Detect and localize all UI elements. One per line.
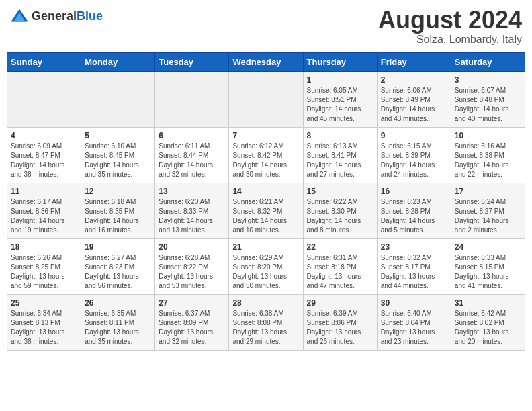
calendar-cell: 14Sunrise: 6:21 AM Sunset: 8:32 PM Dayli…: [229, 183, 303, 238]
calendar-cell: 3Sunrise: 6:07 AM Sunset: 8:48 PM Daylig…: [451, 71, 525, 127]
day-info: Sunrise: 6:37 AM Sunset: 8:09 PM Dayligh…: [159, 309, 225, 347]
logo-icon: [10, 7, 29, 26]
logo-blue: Blue: [77, 10, 103, 22]
calendar-week-0: 1Sunrise: 6:05 AM Sunset: 8:51 PM Daylig…: [7, 71, 525, 127]
day-number: 10: [455, 131, 521, 140]
calendar-header-tuesday: Tuesday: [155, 52, 229, 71]
day-number: 12: [85, 187, 151, 196]
calendar-cell: 15Sunrise: 6:22 AM Sunset: 8:30 PM Dayli…: [303, 183, 377, 238]
day-number: 11: [11, 187, 77, 196]
day-number: 17: [455, 187, 521, 196]
calendar-cell: 9Sunrise: 6:15 AM Sunset: 8:39 PM Daylig…: [377, 127, 451, 183]
calendar-header-monday: Monday: [81, 52, 155, 71]
day-info: Sunrise: 6:17 AM Sunset: 8:36 PM Dayligh…: [11, 197, 77, 235]
calendar-cell: 10Sunrise: 6:16 AM Sunset: 8:38 PM Dayli…: [451, 127, 525, 183]
calendar-cell: 13Sunrise: 6:20 AM Sunset: 8:33 PM Dayli…: [155, 183, 229, 238]
day-info: Sunrise: 6:20 AM Sunset: 8:33 PM Dayligh…: [159, 197, 225, 235]
day-number: 15: [307, 187, 373, 196]
day-number: 25: [11, 298, 77, 308]
day-info: Sunrise: 6:16 AM Sunset: 8:38 PM Dayligh…: [455, 142, 521, 179]
day-info: Sunrise: 6:28 AM Sunset: 8:22 PM Dayligh…: [159, 253, 225, 291]
calendar-header-saturday: Saturday: [451, 52, 525, 71]
day-info: Sunrise: 6:26 AM Sunset: 8:25 PM Dayligh…: [11, 253, 77, 291]
day-number: 26: [85, 298, 151, 308]
calendar-cell: 11Sunrise: 6:17 AM Sunset: 8:36 PM Dayli…: [7, 183, 81, 238]
day-info: Sunrise: 6:09 AM Sunset: 8:47 PM Dayligh…: [11, 142, 77, 179]
calendar-header-friday: Friday: [377, 52, 451, 71]
calendar-header-sunday: Sunday: [7, 52, 81, 71]
day-info: Sunrise: 6:06 AM Sunset: 8:49 PM Dayligh…: [381, 86, 447, 124]
day-info: Sunrise: 6:07 AM Sunset: 8:48 PM Dayligh…: [455, 86, 521, 124]
day-number: 1: [307, 75, 373, 85]
calendar-cell: 4Sunrise: 6:09 AM Sunset: 8:47 PM Daylig…: [7, 127, 81, 183]
calendar-cell: [229, 71, 303, 127]
calendar-title: August 2024: [378, 7, 522, 34]
day-info: Sunrise: 6:42 AM Sunset: 8:02 PM Dayligh…: [455, 309, 521, 347]
day-number: 8: [307, 131, 373, 140]
day-number: 27: [159, 298, 225, 308]
calendar-header-thursday: Thursday: [303, 52, 377, 71]
day-info: Sunrise: 6:31 AM Sunset: 8:18 PM Dayligh…: [307, 253, 373, 291]
calendar-cell: [81, 71, 155, 127]
calendar-cell: 2Sunrise: 6:06 AM Sunset: 8:49 PM Daylig…: [377, 71, 451, 127]
header: General Blue August 2024 Solza, Lombardy…: [7, 7, 525, 46]
calendar-table: SundayMondayTuesdayWednesdayThursdayFrid…: [7, 52, 525, 351]
logo-general: General: [32, 10, 77, 22]
calendar-cell: 28Sunrise: 6:38 AM Sunset: 8:08 PM Dayli…: [229, 294, 303, 350]
day-number: 5: [85, 131, 151, 140]
day-info: Sunrise: 6:10 AM Sunset: 8:45 PM Dayligh…: [85, 142, 151, 179]
day-info: Sunrise: 6:15 AM Sunset: 8:39 PM Dayligh…: [381, 142, 447, 179]
day-number: 4: [11, 131, 77, 140]
day-info: Sunrise: 6:38 AM Sunset: 8:08 PM Dayligh…: [232, 309, 299, 347]
day-info: Sunrise: 6:39 AM Sunset: 8:06 PM Dayligh…: [307, 309, 373, 347]
day-number: 31: [455, 298, 521, 308]
day-number: 22: [307, 242, 373, 252]
title-area: August 2024 Solza, Lombardy, Italy: [378, 7, 522, 46]
day-number: 13: [159, 187, 225, 196]
calendar-cell: 16Sunrise: 6:23 AM Sunset: 8:28 PM Dayli…: [377, 183, 451, 238]
day-number: 2: [381, 75, 447, 85]
day-info: Sunrise: 6:13 AM Sunset: 8:41 PM Dayligh…: [307, 142, 373, 179]
day-number: 20: [159, 242, 225, 252]
day-number: 9: [381, 131, 447, 140]
day-info: Sunrise: 6:22 AM Sunset: 8:30 PM Dayligh…: [307, 197, 373, 235]
day-number: 21: [232, 242, 299, 252]
calendar-cell: 19Sunrise: 6:27 AM Sunset: 8:23 PM Dayli…: [81, 238, 155, 294]
calendar-cell: 24Sunrise: 6:33 AM Sunset: 8:15 PM Dayli…: [451, 238, 525, 294]
day-number: 18: [11, 242, 77, 252]
calendar-cell: 5Sunrise: 6:10 AM Sunset: 8:45 PM Daylig…: [81, 127, 155, 183]
logo: General Blue: [10, 7, 103, 26]
day-number: 3: [455, 75, 521, 85]
calendar-cell: 8Sunrise: 6:13 AM Sunset: 8:41 PM Daylig…: [303, 127, 377, 183]
calendar-week-2: 11Sunrise: 6:17 AM Sunset: 8:36 PM Dayli…: [7, 183, 525, 238]
calendar-cell: [155, 71, 229, 127]
day-number: 28: [232, 298, 299, 308]
logo-text: General Blue: [32, 10, 103, 22]
calendar-cell: 20Sunrise: 6:28 AM Sunset: 8:22 PM Dayli…: [155, 238, 229, 294]
calendar-week-1: 4Sunrise: 6:09 AM Sunset: 8:47 PM Daylig…: [7, 127, 525, 183]
day-number: 23: [381, 242, 447, 252]
day-info: Sunrise: 6:40 AM Sunset: 8:04 PM Dayligh…: [381, 309, 447, 347]
calendar-cell: 12Sunrise: 6:18 AM Sunset: 8:35 PM Dayli…: [81, 183, 155, 238]
calendar-header-wednesday: Wednesday: [229, 52, 303, 71]
calendar-cell: [7, 71, 81, 127]
calendar-cell: 21Sunrise: 6:29 AM Sunset: 8:20 PM Dayli…: [229, 238, 303, 294]
day-number: 30: [381, 298, 447, 308]
calendar-cell: 29Sunrise: 6:39 AM Sunset: 8:06 PM Dayli…: [303, 294, 377, 350]
calendar-cell: 17Sunrise: 6:24 AM Sunset: 8:27 PM Dayli…: [451, 183, 525, 238]
day-info: Sunrise: 6:12 AM Sunset: 8:42 PM Dayligh…: [232, 142, 299, 179]
calendar-subtitle: Solza, Lombardy, Italy: [378, 34, 522, 46]
day-number: 29: [307, 298, 373, 308]
day-info: Sunrise: 6:27 AM Sunset: 8:23 PM Dayligh…: [85, 253, 151, 291]
day-number: 24: [455, 242, 521, 252]
day-number: 7: [232, 131, 299, 140]
day-info: Sunrise: 6:35 AM Sunset: 8:11 PM Dayligh…: [85, 309, 151, 347]
day-info: Sunrise: 6:05 AM Sunset: 8:51 PM Dayligh…: [307, 86, 373, 124]
calendar-cell: 1Sunrise: 6:05 AM Sunset: 8:51 PM Daylig…: [303, 71, 377, 127]
calendar-week-4: 25Sunrise: 6:34 AM Sunset: 8:13 PM Dayli…: [7, 294, 525, 350]
day-number: 16: [381, 187, 447, 196]
calendar-cell: 30Sunrise: 6:40 AM Sunset: 8:04 PM Dayli…: [377, 294, 451, 350]
calendar-header-row: SundayMondayTuesdayWednesdayThursdayFrid…: [7, 52, 525, 71]
calendar-cell: 26Sunrise: 6:35 AM Sunset: 8:11 PM Dayli…: [81, 294, 155, 350]
calendar-cell: 18Sunrise: 6:26 AM Sunset: 8:25 PM Dayli…: [7, 238, 81, 294]
